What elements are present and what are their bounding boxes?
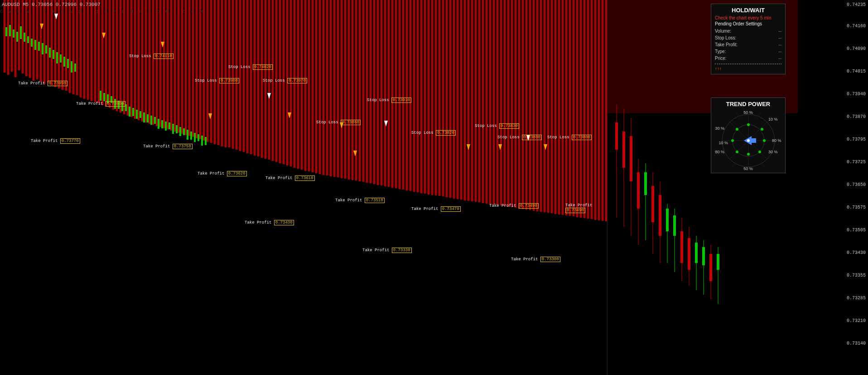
- compass-label-inner-left: 10 %: [719, 141, 728, 145]
- price-tick-p7: 0.73725: [847, 160, 866, 165]
- stop-loss-5: Stop Loss 0.73910: [367, 97, 411, 103]
- svg-rect-218: [205, 137, 207, 145]
- svg-rect-275: [688, 238, 690, 270]
- svg-point-297: [731, 139, 734, 142]
- svg-rect-185: [63, 57, 65, 67]
- svg-rect-271: [673, 215, 676, 236]
- compass-label-right-top: 10 %: [768, 117, 778, 122]
- svg-rect-184: [60, 54, 62, 63]
- hold-wait-row-volume: Volume: --: [715, 28, 781, 34]
- svg-point-295: [747, 153, 750, 156]
- price-value-hw: --: [778, 55, 781, 62]
- stop-loss-price-5: 0.73910: [391, 97, 411, 103]
- compass-label-top: 50 %: [743, 110, 753, 115]
- stop-loss-price-4: 0.73970: [287, 78, 307, 83]
- svg-rect-255: [615, 122, 618, 150]
- price-tick-p6: 0.73795: [847, 137, 866, 142]
- svg-rect-211: [179, 127, 181, 136]
- take-profit-price-8: 0.73470: [441, 206, 461, 212]
- chart-area: AUDUSD M5 0.73056 0.72996 0.73007 © W W …: [0, 0, 607, 375]
- svg-marker-251: [267, 93, 271, 99]
- svg-rect-172: [16, 32, 18, 42]
- stop-loss-9: Stop Loss 0.73800: [497, 135, 542, 140]
- trend-power-title: TREND POWER: [715, 101, 781, 107]
- price-tick-high: 0.74235: [847, 2, 866, 7]
- compass-label-bottom: 50 %: [743, 166, 753, 171]
- price-tick-p5: 0.73870: [847, 114, 866, 119]
- stop-loss-10: Stop Loss 0.73800: [547, 135, 592, 140]
- type-value: --: [778, 48, 781, 55]
- svg-rect-188: [74, 63, 76, 72]
- svg-rect-202: [147, 114, 149, 122]
- take-profit-price-3: 0.73770: [60, 138, 80, 144]
- take-profit-price-10: 0.73490: [565, 208, 585, 213]
- take-profit-price-1: 0.73950: [48, 81, 68, 86]
- take-profit-3: Take Profit 0.73770: [31, 138, 80, 144]
- stop-loss-6: Stop Loss 0.73860: [316, 120, 361, 125]
- sl-value: --: [778, 34, 781, 41]
- svg-rect-265: [651, 186, 654, 222]
- svg-rect-203: [150, 116, 152, 125]
- svg-rect-174: [24, 33, 25, 42]
- svg-rect-267: [659, 195, 661, 236]
- svg-rect-183: [56, 52, 58, 63]
- take-profit-2: Take Profit 0.73900: [76, 101, 125, 107]
- take-profit-price-5: 0.73620: [227, 171, 247, 176]
- take-profit-11: Take Profit 0.73430: [245, 220, 294, 225]
- volume-value: --: [778, 28, 781, 34]
- stop-loss-price-10: 0.73800: [572, 135, 592, 140]
- svg-rect-217: [201, 136, 203, 146]
- tp-value: --: [778, 41, 781, 48]
- take-profit-price-2: 0.73900: [106, 101, 125, 107]
- svg-marker-246: [467, 144, 470, 150]
- hold-wait-row-sl: Stop Loss: --: [715, 34, 781, 41]
- take-profit-13: Take Profit 0.73300: [511, 257, 560, 262]
- compass-container: 50 % 80 % 50 % 30 % 80 % 10 % 30 % 10 %: [719, 111, 778, 170]
- svg-rect-213: [187, 130, 188, 140]
- tp-label: Take Profit:: [715, 41, 738, 48]
- svg-rect-269: [666, 209, 669, 231]
- stop-loss-1: Stop Loss 0.74110: [129, 54, 174, 59]
- svg-marker-299: [744, 136, 756, 145]
- svg-rect-257: [622, 131, 625, 168]
- hold-wait-subtitle: Check the chart every 5 min: [715, 15, 781, 20]
- stop-loss-price-3: 0.73980: [219, 78, 239, 83]
- stop-loss-price-7: 0.73820: [436, 130, 456, 136]
- price-label-hw: Price:: [715, 55, 727, 62]
- svg-rect-277: [695, 243, 698, 263]
- price-tick-p13: 0.73285: [847, 296, 866, 301]
- svg-rect-169: [5, 27, 7, 36]
- take-profit-6: Take Profit 0.73610: [265, 175, 315, 181]
- svg-rect-210: [176, 125, 178, 133]
- stop-loss-3: Stop Loss 0.73980: [195, 78, 239, 83]
- symbol-label: AUDUSD: [2, 2, 20, 7]
- svg-point-292: [761, 128, 763, 131]
- compass-label-left-bottom: 80 %: [715, 150, 725, 154]
- take-profit-7: Take Profit 0.73510: [335, 198, 385, 203]
- hold-wait-panel: HOLD/WAIT Check the chart every 5 min Pe…: [711, 4, 786, 74]
- svg-rect-170: [9, 25, 11, 36]
- take-profit-8: Take Profit 0.73470: [411, 206, 461, 212]
- svg-rect-180: [45, 45, 47, 54]
- svg-rect-190: [103, 93, 105, 101]
- compass-label-right-bottom: 30 %: [768, 150, 778, 154]
- take-profit-1: Take Profit 0.73950: [18, 81, 68, 86]
- take-profit-9: Take Profit 0.73490: [489, 203, 539, 209]
- svg-rect-209: [172, 124, 174, 134]
- svg-rect-181: [49, 48, 51, 58]
- price-tick-p1: 0.74160: [847, 24, 866, 29]
- hold-wait-row-type: Type: --: [715, 48, 781, 55]
- svg-rect-207: [165, 122, 167, 131]
- svg-rect-176: [31, 39, 33, 47]
- svg-rect-205: [158, 119, 159, 129]
- trend-power-panel: TREND POWER: [711, 97, 786, 173]
- svg-rect-197: [129, 107, 130, 117]
- take-profit-price-4: 0.73750: [173, 144, 193, 149]
- take-profit-price-7: 0.73510: [365, 198, 385, 203]
- dotted-separator: [715, 63, 781, 64]
- stop-loss-price-6: 0.73860: [341, 120, 361, 125]
- price-tick-p10: 0.73505: [847, 228, 866, 233]
- svg-rect-204: [154, 117, 156, 124]
- svg-point-291: [747, 123, 750, 126]
- hold-wait-row-tp: Take Profit: --: [715, 41, 781, 48]
